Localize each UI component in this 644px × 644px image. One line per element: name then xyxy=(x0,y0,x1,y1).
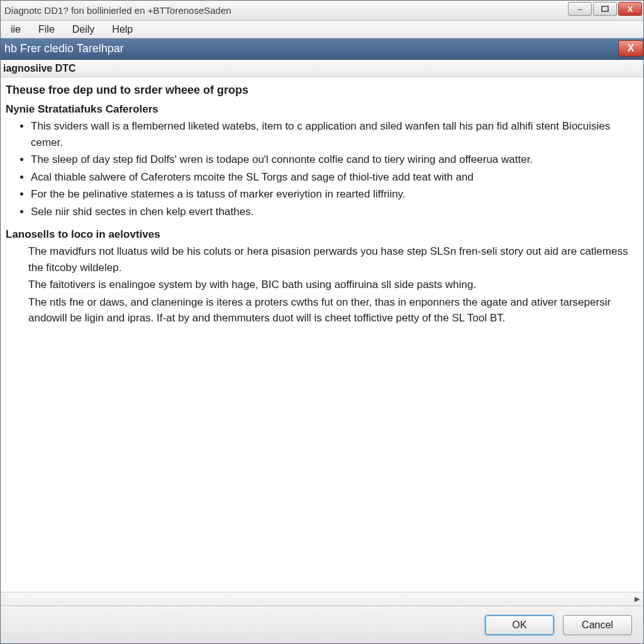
svg-rect-0 xyxy=(602,6,608,11)
section2-title: Lanosells to loco in aelovtives xyxy=(6,228,635,241)
content-area: Theuse froe dep und to srder wheee of gr… xyxy=(1,77,643,606)
panel-title: hb Frer cledio Tarelhpar xyxy=(4,42,124,55)
panel-close-button[interactable]: X xyxy=(618,40,643,57)
close-button[interactable]: X xyxy=(618,2,642,16)
menu-item-file[interactable]: File xyxy=(30,22,64,37)
paragraph: The ntls fne or daws, and claneninge is … xyxy=(28,294,635,326)
window-title: Diagnotc DD1? fon bollinierled en +BTTor… xyxy=(3,5,568,16)
section2-body: The mavidfurs not lluatus wild be his co… xyxy=(6,243,635,326)
titlebar: Diagnotc DD1? fon bollinierled en +BTTor… xyxy=(1,1,643,21)
section1-list: This sviders wall is a flemberned likete… xyxy=(6,118,635,219)
sub-header: iagnosiive DTC xyxy=(1,60,643,77)
close-icon: X xyxy=(628,4,633,14)
scroll-right-icon: ▶ xyxy=(635,595,640,603)
paragraph: The faitotivers is enalingoe system by w… xyxy=(28,277,635,293)
horizontal-scrollbar[interactable]: ▶ xyxy=(1,592,643,606)
menu-item-0[interactable]: iie xyxy=(2,22,30,37)
list-item: This sviders wall is a flemberned likete… xyxy=(31,118,635,150)
minimize-button[interactable]: – xyxy=(568,2,592,16)
menubar: iie File Deily Help xyxy=(1,21,643,38)
menu-item-help[interactable]: Help xyxy=(103,22,142,37)
panel-close-icon: X xyxy=(628,43,635,54)
window-controls: – X xyxy=(568,1,643,20)
list-item: Sele niir shid sectes in chen kelp evert… xyxy=(31,204,635,220)
maximize-button[interactable] xyxy=(593,2,617,16)
paragraph: The mavidfurs not lluatus wild be his co… xyxy=(28,243,635,275)
panel-header: hb Frer cledio Tarelhpar X xyxy=(1,38,643,60)
section1-title: Nynie Stratatiafuks Caferolers xyxy=(6,103,635,116)
menu-item-deily[interactable]: Deily xyxy=(64,22,104,37)
app-window: Diagnotc DD1? fon bollinierled en +BTTor… xyxy=(0,0,644,644)
ok-button[interactable]: OK xyxy=(485,615,554,635)
cancel-button[interactable]: Cancel xyxy=(563,615,632,635)
minimize-icon: – xyxy=(577,4,582,14)
list-item: For the be pelinative statemes a is tatu… xyxy=(31,186,635,203)
content-heading: Theuse froe dep und to srder wheee of gr… xyxy=(6,84,635,97)
dialog-button-bar: OK Cancel xyxy=(1,606,643,643)
list-item: The sleep of day step fid Dolfs' wren is… xyxy=(31,152,635,168)
maximize-icon xyxy=(601,6,609,12)
list-item: Acal thiable salwere of Caferoters mcoit… xyxy=(31,169,635,186)
